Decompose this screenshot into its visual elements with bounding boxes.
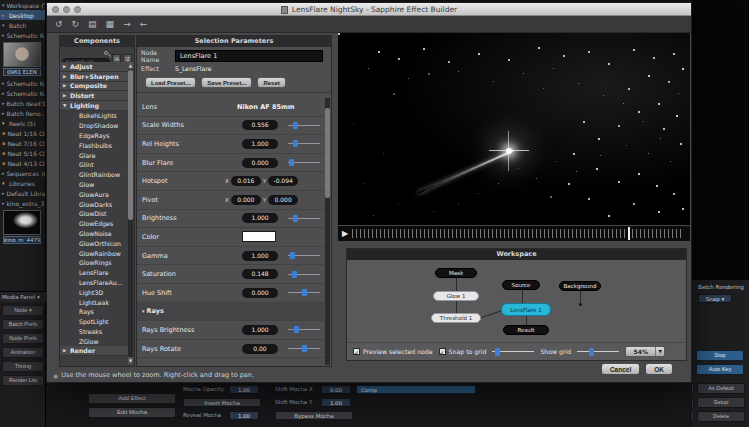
slider-handle[interactable] [293, 215, 298, 222]
slider-handle[interactable] [292, 271, 297, 278]
preview-viewport[interactable] [338, 33, 690, 225]
component-item[interactable]: Flashbulbs [60, 140, 128, 150]
mocha-label[interactable]: Insert Mocha [183, 398, 261, 407]
grid-size-slider[interactable] [492, 348, 534, 356]
tree-expander-icon[interactable]: ▸ [2, 90, 5, 96]
component-item[interactable]: ZGlow [60, 336, 128, 346]
comp-selected-row[interactable]: Comp [356, 385, 476, 394]
tree-expander-icon[interactable]: ▸ [2, 12, 7, 18]
playhead[interactable] [628, 227, 630, 240]
scroll-up-icon[interactable]: ▲ [128, 62, 133, 69]
parameter-slider[interactable] [288, 270, 320, 279]
slider-handle[interactable] [289, 159, 294, 166]
media-tree-item[interactable]: ▪ Neat 1/16 Clip1 [0, 128, 45, 138]
node-graph[interactable]: Mask Glow 1 Threshold 1 Source Backgroun… [347, 260, 686, 342]
node-source[interactable]: Source [502, 280, 540, 290]
slider-handle[interactable] [294, 326, 299, 333]
component-item[interactable]: ▶ Distort [60, 91, 128, 101]
expander-icon[interactable]: ▼ [63, 103, 68, 108]
expander-icon[interactable]: ▶ [63, 83, 68, 88]
component-item[interactable]: ▶ Blur+Sharpen [60, 72, 128, 82]
media-tree-item[interactable]: ▪ Neat 4/13 Clip1 [0, 158, 45, 168]
toolbar-icon[interactable]: ▤ [88, 20, 97, 29]
tool-button[interactable]: Delete [697, 411, 745, 422]
node-name-input[interactable]: LensFlare 1 [175, 50, 323, 62]
accent-button[interactable]: Stop [696, 350, 744, 361]
tree-expander-icon[interactable]: ▸ [2, 170, 5, 176]
tree-expander-icon[interactable]: ▪ [2, 150, 5, 156]
scroll-down-icon[interactable]: ▼ [128, 357, 133, 364]
component-item[interactable]: GlowEdges [60, 219, 128, 229]
parameter-y-value[interactable]: -0.094 [268, 176, 298, 186]
component-item[interactable]: GlowRings [60, 258, 128, 268]
tree-expander-icon[interactable]: ▸ [2, 110, 5, 116]
chevron-down-icon[interactable]: ▾ [37, 294, 40, 300]
node-lensflare-selected[interactable]: LensFlare 1 [501, 303, 551, 316]
tool-button[interactable]: As Default [697, 383, 745, 394]
tree-expander-icon[interactable]: ▪ [2, 140, 5, 146]
tool-button[interactable]: Setup [697, 397, 745, 408]
component-item[interactable]: ▼ Lighting [60, 101, 128, 111]
parameter-value[interactable]: 0.000 [242, 288, 278, 298]
media-tree-item[interactable]: ▸ Default Library [0, 188, 45, 198]
minimize-window-button[interactable] [63, 6, 70, 13]
component-item[interactable]: LightLeak [60, 297, 128, 307]
zoom-level-dropdown[interactable]: 54% ▼ [625, 346, 665, 357]
media-tree-item[interactable]: ▾ Batch [0, 20, 45, 30]
parameter-slider[interactable] [288, 325, 320, 334]
close-window-button[interactable] [52, 6, 59, 13]
toolbar-icon[interactable]: ▦ [106, 20, 115, 29]
component-item[interactable]: GlowDarks [60, 199, 128, 209]
tree-expander-icon[interactable]: ▸ [2, 32, 5, 38]
section-expander-icon[interactable]: ▾ [142, 308, 145, 314]
node-threshold[interactable]: Threshold 1 [431, 313, 481, 323]
component-item[interactable]: GlowRainbow [60, 248, 128, 258]
mocha-label[interactable]: Reveal Mocha [183, 412, 229, 418]
tree-expander-icon[interactable]: ▾ [2, 180, 7, 186]
slider-handle[interactable] [293, 140, 298, 147]
reset-button[interactable]: Reset [257, 77, 285, 88]
parameter-slider[interactable] [288, 214, 320, 223]
component-item[interactable]: GlowOrthicon [60, 238, 128, 248]
node-result[interactable]: Result [503, 325, 549, 335]
parameters-scrollbar[interactable] [325, 98, 330, 365]
component-item[interactable]: GlintRainbow [60, 170, 128, 180]
parameter-value[interactable]: 1.000 [242, 213, 278, 223]
components-scrollbar[interactable]: ▲ ▼ [128, 62, 133, 364]
component-item[interactable]: LensFlare [60, 268, 128, 278]
parameter-value[interactable]: 1.000 [242, 325, 278, 335]
component-item[interactable]: Light3D [60, 287, 128, 297]
tree-expander-icon[interactable]: ▸ [2, 200, 5, 206]
parameter-value[interactable]: 0.148 [242, 269, 278, 279]
parameter-slider[interactable] [288, 251, 320, 260]
media-tree-item[interactable]: ▸ Schematic R... [0, 78, 45, 88]
media-panel-button[interactable]: Animation [2, 347, 44, 358]
component-item[interactable]: Glare [60, 150, 128, 160]
media-tree-item[interactable]: ▸ Schematic R... [0, 30, 45, 40]
dialog-titlebar[interactable]: LensFlare NightSky - Sapphire Effect Bui… [47, 3, 691, 16]
slider-handle[interactable] [302, 345, 307, 352]
slider-handle[interactable] [495, 348, 500, 356]
parameter-slider[interactable] [288, 344, 320, 353]
media-panel-button[interactable]: Node ▾ [2, 305, 44, 316]
slider-handle[interactable] [302, 289, 307, 296]
mocha-label[interactable]: Shift Mocha Y [275, 399, 321, 405]
slider-handle[interactable] [290, 252, 295, 259]
component-item[interactable]: DropShadow [60, 121, 128, 131]
media-tree-item[interactable]: ▸ Desktop [0, 10, 45, 20]
expander-icon[interactable]: ▶ [63, 64, 68, 69]
clip-thumbnail[interactable] [3, 42, 41, 67]
component-item[interactable]: GlowNoise [60, 229, 128, 239]
parameter-value[interactable]: 1.000 [242, 139, 278, 149]
mocha-value[interactable]: 1.00 [229, 411, 259, 420]
component-item[interactable]: GlowDist [60, 209, 128, 219]
accent-button[interactable]: Auto Key [696, 364, 744, 375]
component-item[interactable]: EdgeRays [60, 131, 128, 141]
media-tree-item[interactable]: ▸ Batch dead'12 [0, 98, 45, 108]
media-tree-item[interactable]: ▸ kino_estra_376_ [0, 198, 45, 208]
parameter-slider[interactable] [288, 139, 320, 148]
media-tree-item[interactable]: ▾ Libraries [0, 178, 45, 188]
toolbar-icon[interactable]: ↺ [55, 20, 63, 29]
effect-button[interactable]: Add Effect [88, 393, 176, 404]
tree-expander-icon[interactable]: ▪ [2, 160, 5, 166]
